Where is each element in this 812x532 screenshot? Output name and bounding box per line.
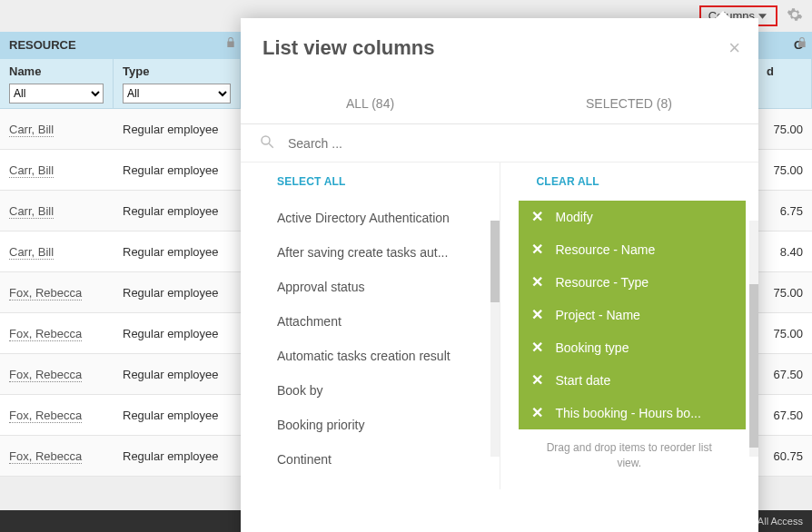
selected-column-item[interactable]: ✕Project - Name <box>519 299 747 331</box>
type-cell: Regular employee <box>114 409 241 422</box>
selected-column-item[interactable]: ✕Booking type <box>519 331 747 364</box>
selected-column-item[interactable]: ✕Resource - Name <box>519 233 747 266</box>
resource-link[interactable]: Fox, Rebecca <box>9 368 82 382</box>
available-column-item[interactable]: Automatic tasks creation result <box>277 339 490 373</box>
remove-icon[interactable]: ✕ <box>531 373 543 388</box>
type-cell: Regular employee <box>114 327 241 340</box>
column-type-header: Type <box>123 64 231 78</box>
available-column-item[interactable]: Booking priority <box>277 408 490 442</box>
selected-column-item[interactable]: ✕Start date <box>519 364 747 397</box>
selected-item-label: Resource - Name <box>556 242 656 257</box>
remove-icon[interactable]: ✕ <box>531 340 543 355</box>
scrollbar[interactable] <box>490 221 500 457</box>
chevron-down-icon <box>758 14 767 19</box>
footer-status: All Access <box>758 516 803 527</box>
svg-line-1 <box>269 143 273 148</box>
resource-link[interactable]: Carr, Bill <box>9 163 54 178</box>
remove-icon[interactable]: ✕ <box>531 210 543 224</box>
drag-hint: Drag and drop items to reorder list view… <box>500 435 759 482</box>
type-cell: Regular employee <box>114 163 241 177</box>
type-cell: Regular employee <box>114 204 241 218</box>
lock-icon <box>226 37 235 49</box>
resource-link[interactable]: Fox, Rebecca <box>9 286 82 300</box>
available-column-item[interactable]: Book by <box>277 373 490 408</box>
modal-title: List view columns <box>241 18 758 69</box>
available-column-item[interactable]: After saving create tasks aut... <box>277 235 490 270</box>
available-column-item[interactable]: Attachment <box>277 304 490 339</box>
remove-icon[interactable]: ✕ <box>531 308 543 322</box>
available-column-item[interactable]: Active Directory Authentication <box>277 201 490 235</box>
resource-link[interactable]: Fox, Rebecca <box>9 409 82 423</box>
selected-column-item[interactable]: ✕This booking - Hours bo... <box>519 397 747 429</box>
resource-link[interactable]: Fox, Rebecca <box>9 449 82 464</box>
available-column-item[interactable]: Continent <box>277 442 490 477</box>
modal-arrow-icon <box>715 11 731 19</box>
type-cell: Regular employee <box>114 286 241 300</box>
available-column-item[interactable]: Approval status <box>277 270 490 304</box>
remove-icon[interactable]: ✕ <box>531 275 543 290</box>
selected-item-label: Project - Name <box>556 308 640 322</box>
type-cell: Regular employee <box>114 449 241 463</box>
remove-icon[interactable]: ✕ <box>531 242 543 257</box>
tab-all[interactable]: ALL (84) <box>241 84 500 123</box>
name-filter-select[interactable]: All <box>9 84 104 103</box>
close-icon[interactable]: × <box>728 38 740 58</box>
column-name-header: Name <box>9 64 104 78</box>
selected-item-label: Resource - Type <box>556 275 649 290</box>
tab-selected[interactable]: SELECTED (8) <box>500 84 758 123</box>
gear-icon[interactable] <box>787 6 803 25</box>
lock-icon <box>797 37 807 49</box>
selected-item-label: Booking type <box>556 340 629 355</box>
remove-icon[interactable]: ✕ <box>531 406 543 420</box>
type-cell: Regular employee <box>114 123 241 136</box>
resource-link[interactable]: Carr, Bill <box>9 245 54 260</box>
resource-link[interactable]: Carr, Bill <box>9 123 54 137</box>
resource-link[interactable]: Carr, Bill <box>9 204 54 219</box>
selected-item-label: Modify <box>556 210 593 224</box>
resource-link[interactable]: Fox, Rebecca <box>9 327 82 341</box>
selected-column-item[interactable]: ✕Resource - Type <box>519 266 747 299</box>
select-all-button[interactable]: SELECT ALL <box>241 163 500 201</box>
group-resource-label: RESOURCE <box>9 38 76 52</box>
svg-point-0 <box>262 136 270 144</box>
search-icon <box>259 133 275 153</box>
clear-all-button[interactable]: CLEAR ALL <box>500 163 759 201</box>
selected-item-label: Start date <box>556 373 611 388</box>
selected-column-item[interactable]: ✕Modify <box>519 201 747 233</box>
type-cell: Regular employee <box>114 245 241 259</box>
type-filter-select[interactable]: All <box>123 84 231 103</box>
search-input[interactable] <box>288 136 740 151</box>
column-right-header: d <box>767 64 802 78</box>
selected-item-label: This booking - Hours bo... <box>556 406 701 420</box>
columns-modal: List view columns × ALL (84) SELECTED (8… <box>241 18 758 532</box>
type-cell: Regular employee <box>114 368 241 381</box>
scrollbar[interactable] <box>749 221 758 457</box>
